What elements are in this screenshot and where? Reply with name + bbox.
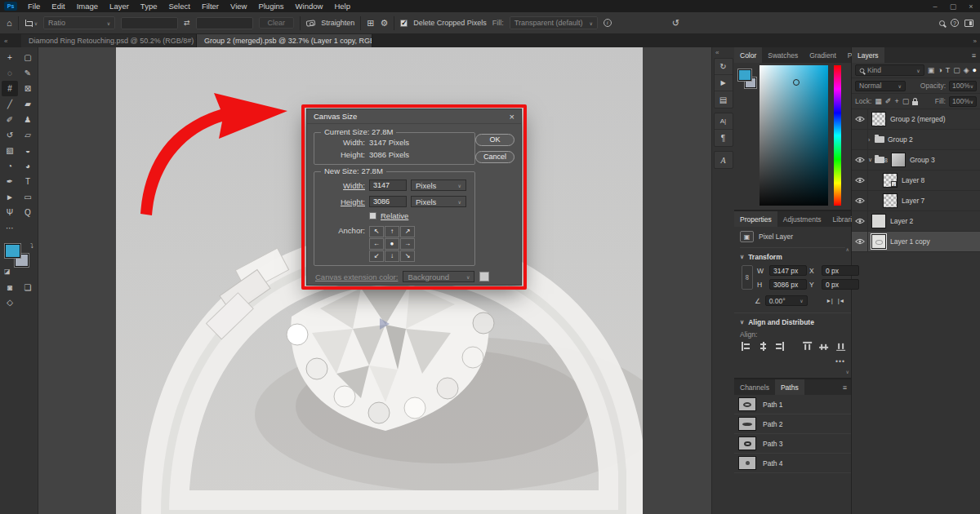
layer-thumbnail[interactable]	[871, 234, 886, 249]
overlay-grid-icon[interactable]: ⊞	[367, 19, 374, 28]
collapse-group-icon[interactable]: ∨	[868, 157, 875, 163]
rectangular-marquee-tool[interactable]: ▢	[20, 50, 36, 65]
hue-slider[interactable]	[834, 65, 841, 206]
tab-layers[interactable]: Layers	[852, 47, 884, 63]
extension-color-swatch[interactable]	[479, 272, 489, 281]
width-unit-select[interactable]: Pixels ∨	[411, 179, 466, 191]
close-button[interactable]: ×	[962, 2, 980, 11]
zoom-tool[interactable]: Q	[20, 205, 36, 220]
home-icon[interactable]: ⌂	[7, 19, 12, 28]
character-panel-icon[interactable]: A|	[715, 113, 733, 130]
lock-all-icon[interactable]	[912, 101, 918, 105]
filter-type-layers-icon[interactable]: T	[946, 66, 951, 74]
help-icon[interactable]: ?	[951, 19, 959, 27]
relative-checkbox[interactable]	[369, 212, 376, 219]
flip-vertical-icon[interactable]: |◂	[838, 297, 844, 304]
clone-stamp-tool[interactable]: ♟	[20, 112, 36, 127]
panel-menu-icon[interactable]: ≡	[968, 47, 980, 63]
layer-row-layer-2[interactable]: Layer 2	[852, 211, 980, 232]
menu-layer[interactable]: Layer	[104, 2, 135, 11]
smudge-tool[interactable]: ◒	[20, 143, 36, 158]
collapse-align-icon[interactable]: ∨	[740, 319, 744, 326]
layer-thumbnail[interactable]	[891, 153, 906, 167]
anchor-left[interactable]: ←	[369, 238, 384, 250]
cancel-button[interactable]: Cancel	[475, 151, 514, 163]
layer-row-layer-1-copy[interactable]: Layer 1 copy	[852, 232, 980, 252]
lock-artboard-icon[interactable]: ▢	[902, 97, 910, 105]
align-bottom-icon[interactable]	[836, 342, 845, 351]
glyphs-panel-icon[interactable]: A	[715, 152, 733, 168]
path-row[interactable]: Path 2	[734, 414, 851, 434]
crop-settings-gear-icon[interactable]: ⚙	[380, 19, 388, 28]
align-left-icon[interactable]	[742, 342, 751, 351]
layer-filter-search[interactable]: Kind ∨	[855, 64, 924, 76]
crop-tool[interactable]: #	[2, 81, 18, 96]
tab-adjustments[interactable]: Adjustments	[777, 211, 827, 227]
anchor-top-right[interactable]: ↗	[400, 226, 415, 237]
anchor-right[interactable]: →	[400, 238, 415, 250]
sponge-tool[interactable]: ◕	[20, 158, 36, 174]
tab-channels[interactable]: Channels	[734, 379, 775, 395]
blend-mode-select[interactable]: Normal ∨	[855, 81, 906, 91]
panel-menu-icon[interactable]: ≡	[839, 379, 851, 395]
anchor-bottom-right[interactable]: ↘	[400, 250, 415, 262]
lasso-tool[interactable]: ◌	[2, 65, 18, 81]
menu-image[interactable]: Image	[71, 2, 104, 11]
menu-select[interactable]: Select	[163, 2, 195, 11]
straighten-label[interactable]: Straighten	[321, 19, 354, 27]
gradient-tool[interactable]: ▧	[2, 143, 18, 158]
collapse-left-dock-icon[interactable]: «	[0, 34, 21, 47]
width-field[interactable]: 3147 px	[769, 265, 807, 276]
brush-tool[interactable]: ✐	[2, 112, 18, 127]
tab-swatches[interactable]: Swatches	[762, 47, 804, 63]
saturation-field[interactable]	[760, 65, 828, 206]
layer-thumbnail[interactable]	[883, 193, 898, 208]
maximize-button[interactable]: ▢	[944, 2, 962, 11]
visibility-toggle[interactable]	[852, 150, 868, 170]
opacity-field[interactable]: 100% ∨	[949, 81, 977, 91]
y-field[interactable]: 0 px	[822, 279, 859, 290]
tab-overflow-icon[interactable]: »	[973, 34, 980, 47]
crop-height-input[interactable]	[196, 17, 253, 29]
visibility-toggle[interactable]	[852, 171, 868, 190]
align-center-horizontal-icon[interactable]	[758, 342, 767, 351]
height-unit-select[interactable]: Pixels ∨	[411, 196, 466, 207]
layer-thumbnail[interactable]: ♪	[883, 173, 898, 188]
fill-field[interactable]: 100% ∨	[949, 96, 977, 107]
lock-paint-icon[interactable]: ✐	[885, 97, 892, 105]
dialog-titlebar[interactable]: Canvas Size ×	[307, 109, 521, 124]
menu-filter[interactable]: Filter	[196, 2, 225, 11]
rotate-view-button[interactable]: ◇	[2, 295, 18, 309]
filter-toggle-icon[interactable]: ●	[973, 66, 977, 74]
path-row[interactable]: Path 1	[734, 395, 851, 414]
notes-panel-icon[interactable]: ▤	[715, 91, 733, 108]
visibility-toggle[interactable]	[852, 191, 868, 210]
crop-ratio-select[interactable]: Ratio ∨	[43, 16, 115, 29]
menu-edit[interactable]: Edit	[46, 2, 70, 11]
straighten-icon[interactable]	[306, 20, 316, 26]
tab-gradient[interactable]: Gradient	[804, 47, 842, 63]
align-top-icon[interactable]	[803, 342, 812, 351]
canvas-extension-color-select[interactable]: Background ∨	[403, 271, 474, 282]
frame-tool[interactable]: ⊠	[20, 81, 36, 96]
minimize-button[interactable]: –	[926, 2, 944, 11]
ok-button[interactable]: OK	[475, 134, 514, 146]
object-selection-tool[interactable]: ✎	[20, 65, 36, 81]
foreground-color-swatch[interactable]	[738, 69, 751, 81]
rectangle-tool[interactable]: ▭	[20, 189, 36, 205]
scroll-up-icon[interactable]: ∧	[846, 246, 849, 252]
clear-button[interactable]: Clear	[259, 17, 295, 29]
layer-thumbnail[interactable]	[871, 214, 886, 228]
screen-mode-button[interactable]: ❏	[20, 280, 36, 295]
menu-window[interactable]: Window	[290, 2, 329, 11]
actions-panel-icon[interactable]: ▶	[715, 75, 733, 91]
visibility-toggle[interactable]	[852, 232, 868, 251]
layer-row-layer-8[interactable]: ♪ Layer 8	[852, 171, 980, 191]
layer-row-layer-7[interactable]: Layer 7	[852, 191, 980, 211]
filter-pixel-layers-icon[interactable]: ▣	[928, 66, 935, 74]
height-field[interactable]: 3086 px	[769, 279, 807, 290]
layer-row-group-2[interactable]: › Group 2	[852, 130, 980, 150]
tool-preset-crop[interactable]: ∨	[24, 20, 38, 27]
swap-colors-icon[interactable]: ⤵	[30, 242, 33, 250]
scroll-down-icon[interactable]: ∨	[846, 369, 849, 374]
